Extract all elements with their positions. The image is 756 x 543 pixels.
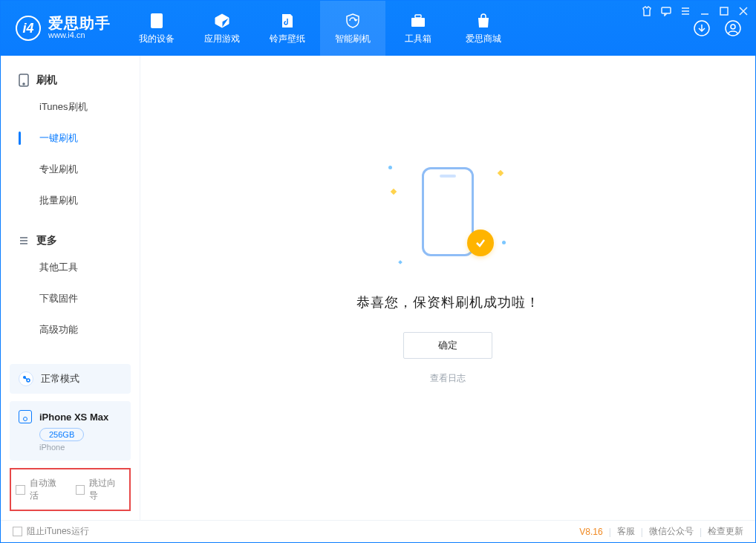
svg-rect-3 (415, 15, 421, 18)
sidebar-section-more: 更多 其他工具 下载固件 高级功能 (1, 216, 140, 345)
checkbox-icon (13, 527, 22, 536)
update-link[interactable]: 检查更新 (708, 525, 743, 538)
svg-rect-7 (662, 7, 671, 13)
sparkle-icon (398, 260, 403, 264)
sidebar-section-head: 更多 (1, 225, 140, 252)
svg-point-5 (726, 21, 740, 36)
mode-label: 正常模式 (41, 372, 79, 386)
flash-options-box: 自动激活 跳过向导 (10, 468, 131, 511)
list-icon (19, 235, 29, 246)
bag-icon (475, 12, 492, 30)
sidebar-item-batch-flash[interactable]: 批量刷机 (19, 185, 140, 216)
sidebar-item-oneclick-flash[interactable]: 一键刷机 (19, 123, 140, 154)
dot-icon (388, 166, 392, 169)
logo-icon: i4 (16, 16, 41, 41)
device-card[interactable]: iPhone XS Max 256GB iPhone (10, 401, 131, 461)
svg-rect-8 (720, 7, 728, 15)
checkbox-auto-activate[interactable]: 自动激活 (16, 477, 65, 502)
nav-flash[interactable]: 智能刷机 (320, 1, 385, 56)
sparkle-icon (498, 170, 504, 176)
ok-button[interactable]: 确定 (403, 332, 492, 359)
svg-point-6 (731, 25, 735, 29)
sidebar-item-download-firmware[interactable]: 下载固件 (19, 283, 140, 314)
nav-my-device[interactable]: 我的设备 (124, 1, 189, 56)
dot-icon (502, 241, 506, 244)
app-url: www.i4.cn (48, 30, 111, 40)
user-icon[interactable] (723, 18, 743, 39)
status-bar: 阻止iTunes运行 V8.16 | 客服 | 微信公众号 | 检查更新 (1, 520, 755, 542)
nav-ringtone[interactable]: 铃声壁纸 (255, 1, 320, 56)
wechat-link[interactable]: 微信公众号 (649, 525, 694, 538)
music-file-icon (278, 12, 296, 30)
logo-text: 爱思助手 www.i4.cn (48, 16, 111, 40)
footer-right: V8.16 | 客服 | 微信公众号 | 检查更新 (579, 525, 743, 538)
mode-badge-icon (19, 371, 33, 386)
checkbox-label: 跳过向导 (89, 477, 125, 502)
sidebar-item-pro-flash[interactable]: 专业刷机 (19, 154, 140, 185)
nav-label: 应用游戏 (204, 33, 240, 45)
view-log-link[interactable]: 查看日志 (430, 372, 466, 385)
device-outline-icon (19, 74, 29, 87)
checkbox-label: 阻止iTunes运行 (27, 525, 89, 538)
app-name: 爱思助手 (48, 16, 111, 30)
section-title: 更多 (36, 234, 57, 247)
phone-outline-icon (422, 167, 474, 256)
sidebar-section-flash: 刷机 iTunes刷机 一键刷机 专业刷机 批量刷机 (1, 56, 140, 216)
success-illustration (388, 160, 507, 271)
main-nav: 我的设备 应用游戏 铃声壁纸 智能刷机 工具箱 爱思商城 (124, 1, 516, 56)
refresh-shield-icon (344, 12, 362, 30)
close-icon[interactable] (737, 5, 749, 17)
nav-label: 智能刷机 (335, 33, 371, 45)
app-header: i4 爱思助手 www.i4.cn 我的设备 应用游戏 铃声壁纸 智能刷机 工具… (1, 1, 755, 56)
nav-toolbox[interactable]: 工具箱 (385, 1, 451, 56)
nav-label: 我的设备 (139, 33, 175, 45)
success-message: 恭喜您，保资料刷机成功啦！ (356, 293, 540, 311)
cube-icon (213, 12, 231, 30)
nav-label: 爱思商城 (466, 33, 501, 45)
feedback-icon[interactable] (660, 5, 672, 17)
device-row: iPhone XS Max (19, 410, 122, 423)
sidebar-item-other-tools[interactable]: 其他工具 (19, 252, 140, 283)
checkbox-icon (76, 485, 85, 495)
section-title: 刷机 (36, 74, 57, 87)
nav-store[interactable]: 爱思商城 (451, 1, 516, 56)
phone-icon (148, 12, 166, 30)
svg-point-10 (23, 83, 25, 85)
sidebar-items-more: 其他工具 下载固件 高级功能 (1, 252, 140, 345)
checkbox-icon (16, 485, 25, 495)
device-mode-card[interactable]: 正常模式 (10, 364, 131, 394)
nav-apps[interactable]: 应用游戏 (189, 1, 255, 56)
maximize-icon[interactable] (718, 5, 730, 17)
svg-rect-2 (411, 18, 425, 27)
checkbox-skip-guide[interactable]: 跳过向导 (76, 477, 126, 502)
version-label: V8.16 (579, 527, 602, 537)
check-badge-icon (467, 230, 494, 256)
sidebar: 刷机 iTunes刷机 一键刷机 专业刷机 批量刷机 更多 其他工具 下载固件 … (1, 56, 140, 520)
download-icon[interactable] (691, 18, 712, 39)
device-phone-icon (19, 410, 32, 423)
device-name: iPhone XS Max (39, 412, 108, 423)
checkbox-block-itunes[interactable]: 阻止iTunes运行 (13, 525, 89, 538)
window-controls (641, 5, 749, 17)
device-type: iPhone (39, 443, 122, 452)
menu-icon[interactable] (680, 5, 691, 17)
sidebar-item-itunes-flash[interactable]: iTunes刷机 (19, 91, 140, 123)
sparkle-icon (391, 189, 397, 195)
app-logo: i4 爱思助手 www.i4.cn (1, 1, 124, 56)
nav-label: 铃声壁纸 (270, 33, 305, 45)
sidebar-section-head: 刷机 (1, 65, 140, 91)
minimize-icon[interactable] (699, 5, 711, 17)
checkbox-label: 自动激活 (30, 477, 65, 502)
main-content: 恭喜您，保资料刷机成功啦！ 确定 查看日志 (140, 56, 755, 520)
sidebar-items-flash: iTunes刷机 一键刷机 专业刷机 批量刷机 (1, 91, 140, 216)
support-link[interactable]: 客服 (617, 525, 635, 538)
sidebar-bottom: 正常模式 iPhone XS Max 256GB iPhone 自动激活 跳过向… (1, 357, 140, 520)
device-storage: 256GB (39, 428, 84, 441)
sidebar-item-advanced[interactable]: 高级功能 (19, 314, 140, 345)
nav-label: 工具箱 (405, 33, 431, 45)
skin-icon[interactable] (641, 5, 653, 17)
toolbox-icon (409, 12, 427, 30)
app-body: 刷机 iTunes刷机 一键刷机 专业刷机 批量刷机 更多 其他工具 下载固件 … (1, 56, 755, 520)
